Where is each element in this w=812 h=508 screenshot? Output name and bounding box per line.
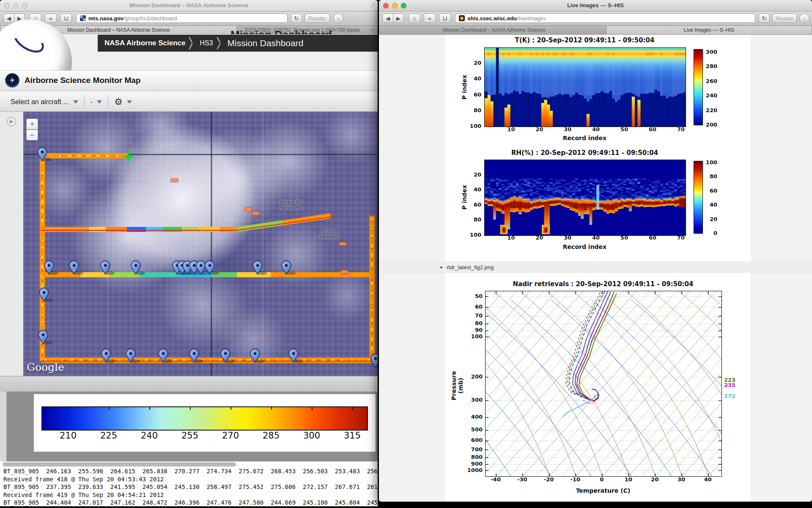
chevron-down-icon[interactable] bbox=[97, 100, 102, 104]
downloads-button[interactable]: ↓ bbox=[799, 14, 809, 23]
brightness-temp-colorbar bbox=[41, 406, 368, 431]
map-label-ponta: Ponta Delgada bbox=[315, 228, 345, 240]
toolbar-divider bbox=[84, 96, 85, 108]
tab-live-images[interactable]: Live Images –– S–HIS bbox=[606, 26, 812, 34]
breadcrumb: NASA Airborne Science HS3 Mission Dashbo… bbox=[98, 35, 378, 52]
map-zoom-out-button[interactable]: − bbox=[26, 130, 38, 141]
google-logo: Google bbox=[27, 361, 64, 373]
section-title: Airborne Science Monitor Map bbox=[25, 76, 140, 85]
left-window-bottom-edge bbox=[0, 376, 378, 392]
bullet-icon: ● bbox=[440, 265, 443, 270]
left-window-title: Mission Dashboard – NASA Airborne Scienc… bbox=[0, 2, 378, 8]
tk-colorbar bbox=[694, 49, 703, 125]
terminal-window[interactable]: BT_895_905 246.163 255.590 264.615 265.8… bbox=[0, 461, 378, 506]
section-header: ✈ Airborne Science Monitor Map bbox=[0, 70, 378, 91]
share-button[interactable]: ⊔ bbox=[439, 14, 451, 23]
url-path: /live/images bbox=[517, 15, 546, 22]
gear-icon[interactable]: ⚙ bbox=[114, 97, 123, 108]
breadcrumb-hs3[interactable]: HS3 bbox=[200, 39, 213, 47]
nasa-globe-logo bbox=[0, 19, 76, 70]
tk-heatmap bbox=[484, 47, 686, 127]
map-toolbar: Select an aircraft ... - ⚙ bbox=[0, 92, 378, 112]
right-tab-bar: Mission Dashboard – NASA Airborne Scienc… bbox=[379, 26, 812, 35]
address-field[interactable]: shis.ssec.wisc.edu/live/images bbox=[455, 14, 755, 23]
right-browser-window: Live Images –– S–HIS ◀ ▶ ⌂ + ⊔ shis.ssec… bbox=[379, 0, 812, 502]
breadcrumb-root[interactable]: NASA Airborne Science bbox=[104, 39, 185, 47]
breadcrumb-current: Mission Dashboard bbox=[228, 38, 304, 48]
scrollbar[interactable] bbox=[3, 462, 236, 467]
url-path: /group/hs3/dashboard bbox=[123, 15, 177, 22]
chevron-right-icon bbox=[217, 37, 223, 49]
rh-plot-title: RH(%) : 20-Sep-2012 09:49:11 - 09:50:04 bbox=[484, 149, 685, 157]
chevron-down-icon[interactable] bbox=[127, 100, 132, 104]
flight-track-layer bbox=[23, 112, 378, 376]
airborne-science-icon: ✈ bbox=[5, 73, 19, 88]
skewt-xlabel: Temperature (C) bbox=[485, 487, 721, 494]
chevron-down-icon[interactable] bbox=[73, 100, 78, 104]
right-title-bar[interactable]: Live Images –– S–HIS bbox=[379, 0, 812, 11]
rh-colorbar bbox=[694, 161, 703, 234]
right-url-bar: ◀ ▶ ⌂ + ⊔ shis.ssec.wisc.edu/live/images… bbox=[379, 11, 812, 26]
url-host: shis.ssec.wisc.edu bbox=[467, 15, 517, 22]
reader-button[interactable]: Reader bbox=[304, 14, 330, 23]
left-browser-window: Mission Dashboard – NASA Airborne Scienc… bbox=[0, 0, 378, 392]
skewt-plot-title: Nadir retrievals : 20-Sep-2012 09:49:11 … bbox=[485, 280, 721, 288]
reader-button[interactable]: Reader bbox=[772, 14, 797, 23]
file-link[interactable]: rtdr_latest_fig2.png bbox=[447, 264, 494, 271]
reload-button[interactable]: ↻ bbox=[759, 14, 770, 23]
map-label-angra: Angra Do Heroismo bbox=[274, 199, 308, 211]
reload-button[interactable]: ↻ bbox=[291, 14, 302, 23]
home-button[interactable]: ⌂ bbox=[409, 14, 420, 23]
rh-xlabel: Record index bbox=[484, 243, 685, 250]
terminal-lines: BT_895_905 246.163 255.590 264.615 265.8… bbox=[3, 467, 378, 506]
google-map[interactable]: + − Angra Do Heroismo Ponta Delgada Goog… bbox=[23, 112, 378, 376]
skewt-plot bbox=[485, 291, 722, 477]
fullscreen-icon[interactable]: ⤢ bbox=[370, 2, 374, 8]
file-list-row: ● rtdr_latest_fig2.png bbox=[379, 262, 812, 273]
secondary-dropdown[interactable]: - bbox=[91, 98, 93, 106]
back-button[interactable]: ◀ bbox=[382, 14, 393, 23]
address-field[interactable]: mts.nasa.gov/group/hs3/dashboard bbox=[76, 14, 288, 23]
site-favicon bbox=[459, 15, 465, 21]
tk-xlabel: Record index bbox=[484, 135, 685, 141]
left-title-bar[interactable]: Mission Dashboard – NASA Airborne Scienc… bbox=[0, 0, 378, 11]
colorbar-window: 210225240255270285300315 bbox=[0, 392, 378, 461]
downloads-button[interactable]: ↓ bbox=[333, 14, 343, 23]
rh-heatmap bbox=[484, 160, 686, 236]
page-header-fragment: Mission Dashboard bbox=[230, 28, 374, 34]
collapse-panel-icon[interactable]: ▶ bbox=[7, 117, 16, 126]
select-aircraft-dropdown[interactable]: Select an aircraft ... bbox=[11, 98, 69, 106]
url-host: mts.nasa.gov bbox=[88, 15, 123, 22]
map-zoom-in-button[interactable]: + bbox=[26, 119, 38, 130]
forward-button[interactable]: ▶ bbox=[393, 14, 404, 23]
chevron-right-icon bbox=[189, 37, 195, 49]
new-tab-button[interactable]: + bbox=[424, 14, 436, 23]
toolbar-divider bbox=[108, 96, 108, 108]
site-favicon bbox=[80, 15, 86, 21]
right-window-title: Live Images –– S–HIS bbox=[379, 2, 812, 8]
tab-mission-dashboard[interactable]: Mission Dashboard – NASA Airborne Scienc… bbox=[382, 26, 606, 34]
terminal-edge-strip bbox=[0, 392, 7, 461]
colorbar-panel: 210225240255270285300315 bbox=[34, 394, 376, 452]
map-side-rail: ▶ bbox=[0, 112, 24, 376]
tk-plot-title: T(K) : 20-Sep-2012 09:49:11 - 09:50:04 bbox=[484, 36, 685, 44]
desktop: { "left_window": { "title": "Mission Das… bbox=[0, 0, 812, 508]
